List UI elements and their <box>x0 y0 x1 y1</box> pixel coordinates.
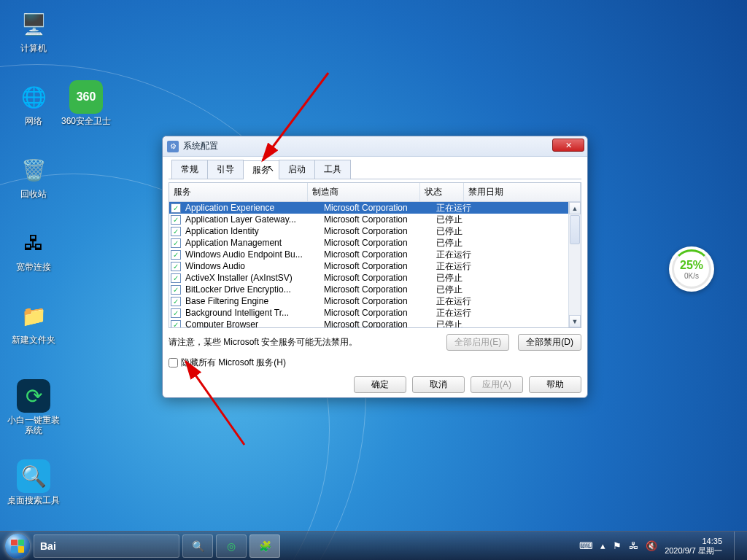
cell-manufacturer: Microsoft Corporation <box>321 226 433 236</box>
volume-muted-icon[interactable]: 🔇 <box>646 540 657 551</box>
baidu-search-box[interactable]: Bai <box>34 534 179 558</box>
service-row[interactable]: ✓BitLocker Drive Encryptio...Microsoft C… <box>169 284 581 295</box>
taskbar: Bai 🔍 ◎ 🧩 ⌨ ▴ ⚑ 🖧 🔇 14:35 2020/9/7 星期一 <box>0 531 747 560</box>
taskbar-msconfig[interactable]: 🧩 <box>249 534 280 558</box>
net-speed: 0K/s <box>684 272 699 280</box>
service-row[interactable]: ✓Application Layer Gateway...Microsoft C… <box>169 214 581 225</box>
service-row[interactable]: ✓Application IdentityMicrosoft Corporati… <box>169 225 581 237</box>
row-checkbox[interactable]: ✓ <box>171 273 181 283</box>
computer-icon: 🖥️ <box>17 7 50 41</box>
flag-icon[interactable]: ⚑ <box>613 540 622 551</box>
search-tool-icon: 🔍 <box>17 459 50 493</box>
cell-status: 已停止 <box>433 214 477 226</box>
taskbar-360browser[interactable]: ◎ <box>216 534 247 558</box>
label: 360安全卫士 <box>60 116 112 126</box>
apply-button[interactable]: 应用(A) <box>471 376 523 393</box>
cancel-button[interactable]: 取消 <box>412 376 465 393</box>
tab-boot[interactable]: 引导 <box>207 160 244 179</box>
widget-360-accelerator[interactable]: 25% 0K/s <box>669 246 714 292</box>
row-checkbox[interactable]: ✓ <box>171 227 181 236</box>
cell-manufacturer: Microsoft Corporation <box>321 203 433 213</box>
row-checkbox[interactable]: ✓ <box>171 262 181 271</box>
disable-all-button[interactable]: 全部禁用(D) <box>518 334 581 351</box>
col-status[interactable]: 状态 <box>420 183 464 201</box>
row-checkbox[interactable]: ✓ <box>171 308 181 318</box>
cell-service: Application Management <box>182 238 321 248</box>
service-row[interactable]: ✓ActiveX Installer (AxInstSV)Microsoft C… <box>169 272 581 284</box>
desktop-icon-network[interactable]: 🌐 网络 <box>7 80 60 126</box>
column-headers: 服务 制造商 状态 禁用日期 <box>169 183 581 202</box>
network-tray-icon[interactable]: 🖧 <box>629 540 638 551</box>
desktop-icon-360[interactable]: 360 360安全卫士 <box>60 80 112 126</box>
rows-container[interactable]: ✓Application ExperienceMicrosoft Corpora… <box>169 202 581 327</box>
keyboard-icon[interactable]: ⌨ <box>579 540 593 551</box>
cell-status: 已停止 <box>433 319 477 328</box>
scroll-up-button[interactable]: ▲ <box>569 202 581 214</box>
desktop-icon-new-folder[interactable]: 📁 新建文件夹 <box>7 299 60 345</box>
hide-ms-label: 隐藏所有 Microsoft 服务(H) <box>181 357 286 369</box>
cell-service: ActiveX Installer (AxInstSV) <box>182 273 321 283</box>
tab-tools[interactable]: 工具 <box>314 160 351 179</box>
ok-button[interactable]: 确定 <box>354 376 406 393</box>
service-row[interactable]: ✓Base Filtering EngineMicrosoft Corporat… <box>169 295 581 307</box>
row-checkbox[interactable]: ✓ <box>171 238 181 248</box>
tab-strip: 常规 引导 服务 ↖ 启动 工具 <box>169 160 581 179</box>
service-row[interactable]: ✓Windows Audio Endpoint Bu...Microsoft C… <box>169 249 581 260</box>
row-checkbox[interactable]: ✓ <box>171 215 181 225</box>
service-row[interactable]: ✓Windows AudioMicrosoft Corporation正在运行 <box>169 260 581 272</box>
service-row[interactable]: ✓Computer BrowserMicrosoft Corporation已停… <box>169 319 581 327</box>
label: 回收站 <box>7 189 60 199</box>
cell-status: 正在运行 <box>433 260 477 273</box>
desktop-icon-reinstaller[interactable]: ⟳ 小白一键重装系统 <box>7 379 60 435</box>
scroll-track[interactable] <box>569 245 581 315</box>
scroll-down-button[interactable]: ▼ <box>569 315 581 327</box>
reinstall-icon: ⟳ <box>17 379 50 413</box>
time: 14:35 <box>665 537 722 546</box>
recycle-bin-icon: 🗑️ <box>17 153 50 187</box>
desktop-icon-recycle[interactable]: 🗑️ 回收站 <box>7 153 60 199</box>
cpu-percent: 25% <box>680 259 703 272</box>
close-button[interactable]: ✕ <box>552 139 584 152</box>
titlebar[interactable]: ⚙ 系统配置 ✕ <box>163 136 587 157</box>
note-text: 请注意，某些 Microsoft 安全服务可能无法禁用。 <box>169 336 438 349</box>
col-manufacturer[interactable]: 制造商 <box>308 183 420 201</box>
row-checkbox[interactable]: ✓ <box>171 203 181 213</box>
enable-all-button[interactable]: 全部启用(E) <box>446 334 509 351</box>
cell-manufacturer: Microsoft Corporation <box>321 308 433 318</box>
service-row[interactable]: ✓Application ManagementMicrosoft Corpora… <box>169 237 581 249</box>
label: 新建文件夹 <box>7 335 60 345</box>
cell-service: Windows Audio Endpoint Bu... <box>182 249 321 260</box>
start-button[interactable] <box>3 532 32 561</box>
baidu-icon: Bai <box>40 540 56 552</box>
scroll-thumb[interactable] <box>570 215 580 244</box>
clock[interactable]: 14:35 2020/9/7 星期一 <box>665 537 722 556</box>
hide-ms-checkbox[interactable] <box>169 358 178 368</box>
col-service[interactable]: 服务 <box>169 183 308 201</box>
desktop-icon-computer[interactable]: 🖥️ 计算机 <box>7 7 60 53</box>
app-icon: ⚙ <box>167 141 179 152</box>
mouse-cursor-icon: ↖ <box>267 163 274 174</box>
vertical-scrollbar[interactable]: ▲ ▼ <box>568 202 581 327</box>
show-desktop-button[interactable] <box>734 532 743 561</box>
window-title: 系统配置 <box>183 140 218 152</box>
system-tray: ⌨ ▴ ⚑ 🖧 🔇 14:35 2020/9/7 星期一 <box>579 532 744 561</box>
desktop-icon-search-tool[interactable]: 🔍 桌面搜索工具 <box>7 459 60 505</box>
row-checkbox[interactable]: ✓ <box>171 297 181 306</box>
tab-services[interactable]: 服务 ↖ <box>243 160 279 179</box>
row-checkbox[interactable]: ✓ <box>171 250 181 260</box>
help-button[interactable]: 帮助 <box>529 376 581 393</box>
note-row: 请注意，某些 Microsoft 安全服务可能无法禁用。 全部启用(E) 全部禁… <box>169 334 581 351</box>
cell-service: Computer Browser <box>182 319 321 327</box>
browser-360-icon: ◎ <box>227 540 236 552</box>
row-checkbox[interactable]: ✓ <box>171 320 181 328</box>
tray-up-icon[interactable]: ▴ <box>600 540 605 551</box>
tab-general[interactable]: 常规 <box>171 160 208 179</box>
taskbar-search-btn[interactable]: 🔍 <box>182 534 213 558</box>
tab-startup[interactable]: 启动 <box>279 160 315 179</box>
col-date-disabled[interactable]: 禁用日期 <box>464 183 581 201</box>
desktop-icon-broadband[interactable]: 🖧 宽带连接 <box>7 226 60 272</box>
row-checkbox[interactable]: ✓ <box>171 285 181 295</box>
service-row[interactable]: ✓Application ExperienceMicrosoft Corpora… <box>169 202 581 214</box>
service-row[interactable]: ✓Background Intelligent Tr...Microsoft C… <box>169 307 581 319</box>
cell-status: 正在运行 <box>433 202 477 214</box>
